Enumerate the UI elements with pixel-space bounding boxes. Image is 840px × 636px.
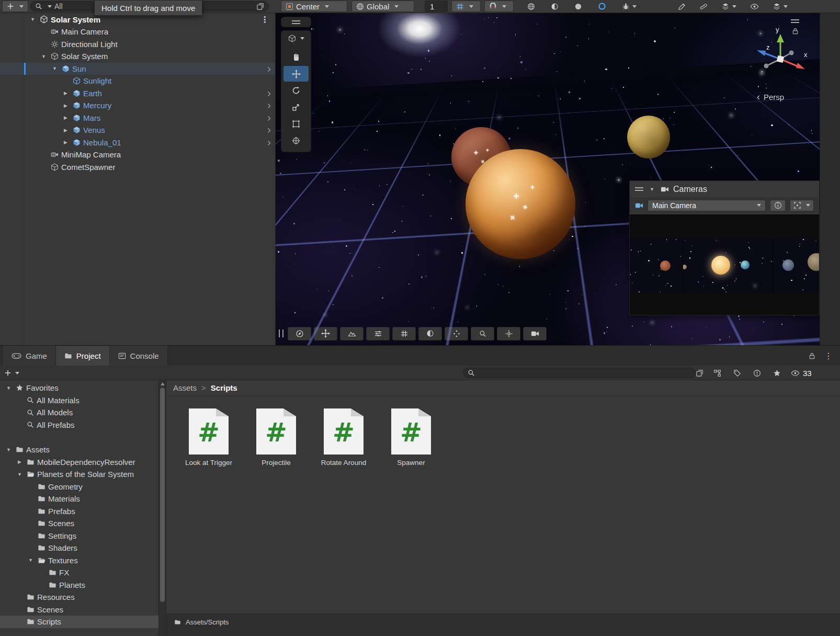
- tree-item-shaders[interactable]: Shaders: [0, 542, 158, 554]
- expand-icon[interactable]: [61, 90, 70, 96]
- hierarchy-item-solar-system[interactable]: Solar System: [0, 50, 275, 63]
- camera-info-button[interactable]: [770, 200, 786, 211]
- snap-tool-button[interactable]: [497, 327, 520, 340]
- create-asset-button[interactable]: [4, 367, 19, 379]
- expand-icon[interactable]: [61, 115, 70, 120]
- collapse-icon[interactable]: [39, 54, 48, 59]
- scene-audio-icon[interactable]: [574, 3, 582, 10]
- hierarchy-item-earth[interactable]: Earth: [0, 87, 275, 100]
- tree-item-settings[interactable]: Settings: [0, 530, 158, 542]
- move-overlay-button[interactable]: [314, 327, 337, 340]
- planet-moon[interactable]: [627, 116, 670, 158]
- collapse-icon[interactable]: [26, 558, 35, 563]
- collapse-icon[interactable]: [648, 187, 656, 192]
- hierarchy-item-nebula-01[interactable]: Nebula_01: [0, 137, 275, 149]
- hierarchy-item-sunlight[interactable]: Sunlight: [0, 75, 275, 87]
- measure-icon[interactable]: [699, 3, 708, 10]
- rotate-tool-button[interactable]: [283, 83, 309, 98]
- scene-debug-dropdown[interactable]: [622, 3, 637, 10]
- scene-visibility-icon[interactable]: [750, 4, 759, 9]
- tree-item-scenes[interactable]: Scenes: [0, 604, 158, 616]
- panel-options-menu[interactable]: [824, 351, 833, 361]
- move-tool-button[interactable]: [283, 66, 309, 82]
- expand-icon[interactable]: [61, 128, 70, 133]
- scene-lighting-icon[interactable]: [551, 3, 559, 10]
- camera-preview-button[interactable]: [523, 327, 547, 340]
- lighting-tool-button[interactable]: [418, 327, 442, 340]
- hierarchy-item-minimap-camera[interactable]: MiniMap Camera: [0, 149, 275, 161]
- shading-mode-icon[interactable]: [527, 3, 535, 10]
- scene-effects-icon[interactable]: [598, 2, 606, 10]
- tree-item-planets-of-the-solar-system[interactable]: Planets of the Solar System: [0, 468, 158, 481]
- collapse-icon[interactable]: [4, 385, 13, 391]
- tree-scrollbar[interactable]: [158, 380, 166, 636]
- snap-toggle-dropdown[interactable]: [484, 1, 514, 12]
- collapse-icon[interactable]: [28, 17, 37, 22]
- panel-drag-handle[interactable]: [635, 187, 643, 191]
- favorites-filter-button[interactable]: [773, 367, 781, 379]
- project-search-input[interactable]: [463, 368, 696, 378]
- tree-item-fx[interactable]: FX: [0, 566, 158, 579]
- hierarchy-item-cometspawner[interactable]: CometSpawner: [0, 161, 275, 174]
- tree-item-materials[interactable]: Materials: [0, 493, 158, 505]
- mixer-tool-button[interactable]: [366, 327, 390, 340]
- hierarchy-item-sun[interactable]: Sun: [0, 63, 275, 75]
- hierarchy-item-main-camera[interactable]: Main Camera: [0, 26, 275, 38]
- grid-snapping-dropdown[interactable]: [451, 1, 481, 12]
- breadcrumb-root[interactable]: Assets: [173, 383, 197, 392]
- overlay-drag-handle[interactable]: [281, 17, 311, 27]
- layers-dropdown[interactable]: [721, 3, 736, 10]
- label-filter-button[interactable]: [733, 367, 741, 379]
- collapse-icon[interactable]: [50, 66, 59, 71]
- hierarchy-item-venus[interactable]: Venus: [0, 124, 275, 137]
- orientation-tool-button[interactable]: [288, 327, 311, 340]
- type-filter-button[interactable]: [753, 367, 761, 379]
- planet-venus[interactable]: [466, 149, 575, 259]
- transform-tool-button[interactable]: [283, 133, 309, 149]
- tree-item-scripts[interactable]: Scripts: [0, 616, 158, 628]
- toolbar-drag-handle[interactable]: [279, 330, 283, 337]
- overlay-stack-dropdown[interactable]: [773, 3, 788, 10]
- rect-tool-button[interactable]: [283, 116, 309, 132]
- expand-icon[interactable]: [15, 459, 24, 464]
- open-asset-button[interactable]: [696, 367, 703, 379]
- open-prefab-icon[interactable]: [266, 127, 273, 135]
- collapse-icon[interactable]: [4, 447, 13, 452]
- add-gameobject-button[interactable]: [2, 1, 28, 12]
- camera-selector-dropdown[interactable]: Main Camera: [648, 200, 766, 211]
- orientation-gizmo[interactable]: y x z: [746, 28, 814, 90]
- scale-tool-button[interactable]: [283, 99, 309, 115]
- overlay-menu-icon[interactable]: [791, 19, 799, 23]
- open-prefab-icon[interactable]: [266, 139, 273, 148]
- tree-item-all-materials[interactable]: All Materials: [0, 394, 158, 407]
- tree-item-resources[interactable]: Resources: [0, 591, 158, 604]
- camera-frame-button[interactable]: [790, 200, 814, 211]
- tree-item-scenes[interactable]: Scenes: [0, 517, 158, 530]
- annotate-icon[interactable]: [678, 3, 686, 10]
- tree-item-all-prefabs[interactable]: All Prefabs: [0, 419, 158, 431]
- packages-filter-button[interactable]: [713, 367, 721, 379]
- asset-projectile[interactable]: #Projectile: [255, 408, 298, 467]
- collapse-icon[interactable]: [15, 472, 24, 477]
- tab-project[interactable]: Project: [56, 346, 110, 366]
- tree-item-all-models[interactable]: All Models: [0, 406, 158, 419]
- open-prefab-icon[interactable]: [266, 102, 273, 111]
- terrain-tool-button[interactable]: [340, 327, 364, 340]
- tree-item-mobiledependencyresolver[interactable]: MobileDependencyResolver: [0, 456, 158, 469]
- open-prefab-icon[interactable]: [266, 115, 273, 123]
- visibility-toggle[interactable]: 33: [791, 367, 812, 379]
- hierarchy-item-directional-light[interactable]: Directional Light: [0, 38, 275, 51]
- lock-icon[interactable]: [792, 28, 798, 35]
- tree-item-textures[interactable]: Textures: [0, 554, 158, 567]
- expand-icon[interactable]: [61, 140, 70, 145]
- view-options-dropdown[interactable]: [281, 31, 311, 47]
- tree-item-planets[interactable]: Planets: [0, 579, 158, 592]
- favorites-header[interactable]: Favorites: [0, 382, 158, 394]
- hierarchy-item-mars[interactable]: Mars: [0, 112, 275, 124]
- scene-view[interactable]: y x z Persp Cameras Main Camera: [276, 13, 820, 345]
- particles-tool-button[interactable]: [445, 327, 468, 340]
- snap-increment-field[interactable]: 1: [425, 1, 448, 12]
- tree-item-assets[interactable]: Assets: [0, 444, 158, 456]
- tab-game[interactable]: Game: [3, 346, 56, 366]
- hand-tool-button[interactable]: [283, 49, 309, 65]
